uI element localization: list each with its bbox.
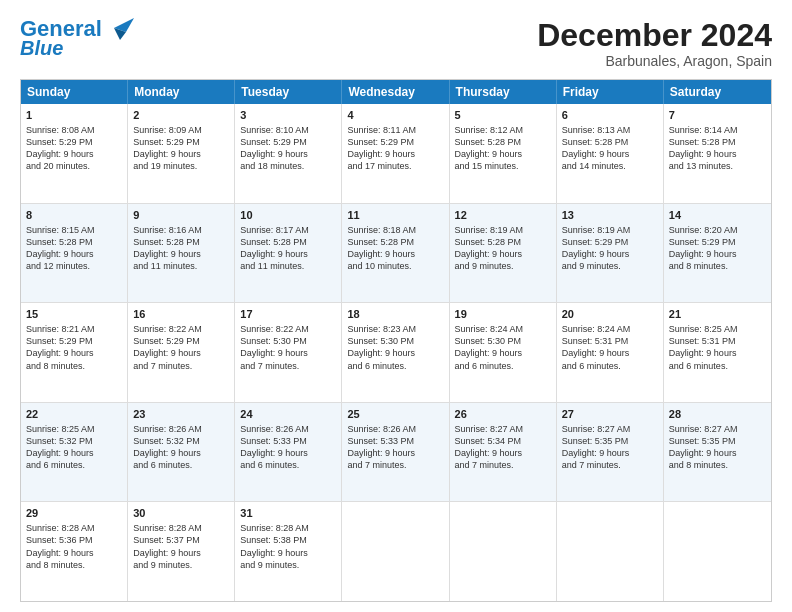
empty-cell [450,502,557,601]
day-info-line: and 19 minutes. [133,160,229,172]
day-number: 25 [347,407,443,422]
day-number: 13 [562,208,658,223]
day-info-line: and 8 minutes. [26,559,122,571]
day-info-line: Daylight: 9 hours [455,347,551,359]
header: General Blue December 2024 Barbunales, A… [20,18,772,69]
day-number: 4 [347,108,443,123]
day-number: 28 [669,407,766,422]
day-cell-30: 30Sunrise: 8:28 AM Sunset: 5:37 PM Dayli… [128,502,235,601]
day-info-line: Sunrise: 8:28 AM [133,522,229,534]
day-info-line: Sunrise: 8:17 AM [240,224,336,236]
day-info-line: Sunrise: 8:28 AM [240,522,336,534]
day-info-line: Daylight: 9 hours [26,447,122,459]
day-info-line: Daylight: 9 hours [240,347,336,359]
weekday-header-wednesday: Wednesday [342,80,449,104]
day-info-line: Sunrise: 8:24 AM [562,323,658,335]
empty-cell [664,502,771,601]
day-cell-17: 17Sunrise: 8:22 AM Sunset: 5:30 PM Dayli… [235,303,342,402]
day-info-line: and 20 minutes. [26,160,122,172]
day-info-line: Daylight: 9 hours [669,248,766,260]
empty-cell [342,502,449,601]
day-info-line: and 6 minutes. [240,459,336,471]
day-info-line: Daylight: 9 hours [347,347,443,359]
day-cell-5: 5Sunrise: 8:12 AM Sunset: 5:28 PM Daylig… [450,104,557,203]
day-info-line: and 8 minutes. [669,260,766,272]
day-number: 10 [240,208,336,223]
day-info-line: Sunrise: 8:27 AM [455,423,551,435]
day-info-line: Sunset: 5:31 PM [562,335,658,347]
day-cell-11: 11Sunrise: 8:18 AM Sunset: 5:28 PM Dayli… [342,204,449,303]
day-info-line: Daylight: 9 hours [455,148,551,160]
day-number: 15 [26,307,122,322]
day-number: 23 [133,407,229,422]
day-cell-9: 9Sunrise: 8:16 AM Sunset: 5:28 PM Daylig… [128,204,235,303]
day-info-line: Sunset: 5:32 PM [26,435,122,447]
day-info-line: Daylight: 9 hours [133,447,229,459]
day-info-line: and 6 minutes. [133,459,229,471]
day-number: 18 [347,307,443,322]
day-cell-20: 20Sunrise: 8:24 AM Sunset: 5:31 PM Dayli… [557,303,664,402]
day-cell-25: 25Sunrise: 8:26 AM Sunset: 5:33 PM Dayli… [342,403,449,502]
day-info-line: Daylight: 9 hours [669,447,766,459]
day-info-line: and 13 minutes. [669,160,766,172]
day-cell-14: 14Sunrise: 8:20 AM Sunset: 5:29 PM Dayli… [664,204,771,303]
day-info-line: and 7 minutes. [455,459,551,471]
day-cell-23: 23Sunrise: 8:26 AM Sunset: 5:32 PM Dayli… [128,403,235,502]
day-number: 16 [133,307,229,322]
day-info-line: Daylight: 9 hours [562,248,658,260]
day-info-line: Sunset: 5:29 PM [26,335,122,347]
day-info-line: Daylight: 9 hours [455,248,551,260]
day-info-line: and 14 minutes. [562,160,658,172]
day-number: 21 [669,307,766,322]
day-info-line: Daylight: 9 hours [26,547,122,559]
weekday-header-thursday: Thursday [450,80,557,104]
day-number: 11 [347,208,443,223]
day-info-line: and 9 minutes. [562,260,658,272]
day-cell-18: 18Sunrise: 8:23 AM Sunset: 5:30 PM Dayli… [342,303,449,402]
day-cell-6: 6Sunrise: 8:13 AM Sunset: 5:28 PM Daylig… [557,104,664,203]
day-info-line: Sunrise: 8:23 AM [347,323,443,335]
day-number: 20 [562,307,658,322]
empty-cell [557,502,664,601]
day-info-line: Sunrise: 8:13 AM [562,124,658,136]
calendar: SundayMondayTuesdayWednesdayThursdayFrid… [20,79,772,602]
day-info-line: Sunset: 5:28 PM [669,136,766,148]
day-info-line: Daylight: 9 hours [240,248,336,260]
day-cell-15: 15Sunrise: 8:21 AM Sunset: 5:29 PM Dayli… [21,303,128,402]
day-info-line: Daylight: 9 hours [669,148,766,160]
day-info-line: Sunset: 5:28 PM [455,236,551,248]
day-info-line: and 9 minutes. [455,260,551,272]
day-number: 27 [562,407,658,422]
day-number: 1 [26,108,122,123]
day-info-line: Daylight: 9 hours [240,447,336,459]
day-info-line: and 7 minutes. [347,459,443,471]
day-number: 2 [133,108,229,123]
day-cell-7: 7Sunrise: 8:14 AM Sunset: 5:28 PM Daylig… [664,104,771,203]
day-info-line: and 15 minutes. [455,160,551,172]
logo-blue: Blue [20,38,63,58]
day-info-line: Daylight: 9 hours [133,547,229,559]
weekday-header-friday: Friday [557,80,664,104]
day-number: 17 [240,307,336,322]
day-cell-13: 13Sunrise: 8:19 AM Sunset: 5:29 PM Dayli… [557,204,664,303]
day-info-line: Sunset: 5:35 PM [562,435,658,447]
day-info-line: Sunrise: 8:21 AM [26,323,122,335]
day-info-line: Sunset: 5:28 PM [347,236,443,248]
day-info-line: and 8 minutes. [26,360,122,372]
day-info-line: and 9 minutes. [133,559,229,571]
day-info-line: Sunrise: 8:10 AM [240,124,336,136]
day-info-line: Sunrise: 8:14 AM [669,124,766,136]
day-info-line: and 12 minutes. [26,260,122,272]
calendar-header: SundayMondayTuesdayWednesdayThursdayFrid… [21,80,771,104]
day-info-line: Sunset: 5:28 PM [562,136,658,148]
day-info-line: Sunrise: 8:26 AM [133,423,229,435]
day-info-line: and 6 minutes. [347,360,443,372]
day-info-line: Sunset: 5:30 PM [240,335,336,347]
page: General Blue December 2024 Barbunales, A… [0,0,792,612]
weekday-header-monday: Monday [128,80,235,104]
day-info-line: and 11 minutes. [240,260,336,272]
day-info-line: Sunset: 5:28 PM [26,236,122,248]
day-number: 14 [669,208,766,223]
day-cell-24: 24Sunrise: 8:26 AM Sunset: 5:33 PM Dayli… [235,403,342,502]
day-info-line: Sunset: 5:29 PM [347,136,443,148]
